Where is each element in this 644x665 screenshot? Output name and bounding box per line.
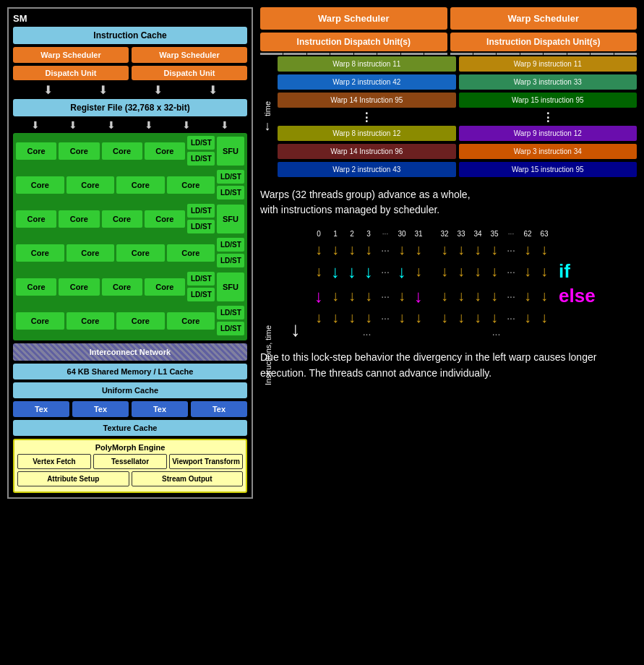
core-grid: Core Core Core Core LD/ST LD/ST SFU Core… [13,133,247,340]
arrow-dots-row: ··· ··· [311,328,633,340]
core-2-3: Core [116,176,165,194]
warp-instr-right-0: Warp 9 instruction 11 [459,56,637,72]
ldst-sfu-group-4: LD/ST LD/ST [217,238,244,267]
core-2-2: Core [66,176,115,194]
sfu-1: SFU [217,137,244,166]
arrow-row-1: ↓ ↓ ↓ ↓ ··· ↓ ↓ ↓ ↓ ↓ ↓ ··· ↓ ↓ [311,241,633,258]
y-axis-label: Instructions, time [264,241,272,385]
core-6-1: Core [16,312,64,330]
tessellator: Tessellator [93,454,167,469]
main-container: SM Instruction Cache Warp Scheduler Warp… [7,7,637,499]
ldst-1-2: LD/ST [187,152,215,166]
warp-header-row: Warp Scheduler Warp Scheduler [260,7,637,30]
ldst-2-2: LD/ST [217,186,244,200]
polymorph-section: PolyMorph Engine Vertex Fetch Tessellato… [13,439,247,493]
core-row-3: Core Core Core Core LD/ST LD/ST SFU [16,204,244,233]
dispatch-right: Dispatch Unit [132,66,247,80]
warp-instr-right-2: Warp 15 instruction 95 [459,93,637,108]
ldst-4-1: LD/ST [217,238,244,252]
core-row-6: Core Core Core Core LD/ST LD/ST [16,306,244,335]
tex-4: Tex [191,401,247,417]
warp-timeline: time ↓ Warp 8 instruction 11 Warp 2 inst… [260,56,637,179]
dispatch-left: Dispatch Unit [13,66,129,80]
core-row-1: Core Core Core Core LD/ST LD/ST SFU [16,136,244,166]
dispatch-unit-right: Instruction Dispatch Unit(s) [450,33,637,51]
arrow-2: ⬇ [98,83,108,97]
warp-dots-right: ⋮ [459,111,637,124]
divergence-section: Instructions, time ↓ 0 1 2 3 ··· 30 31 3… [260,226,637,343]
desc1-text: Warps (32 threads group) advance as a wh… [260,189,471,215]
warp-sched-header-left: Warp Scheduler [260,7,447,30]
texture-cache: Texture Cache [13,420,247,436]
core-1-4: Core [145,142,185,160]
arrow-3: ⬇ [153,83,163,97]
ldst-1-1: LD/ST [187,136,215,150]
instruction-cache: Instruction Cache [13,27,247,44]
tex-1: Tex [13,401,69,417]
ldst-3-1: LD/ST [187,204,215,218]
core-4-1: Core [16,244,64,262]
time-label: time [263,101,272,116]
ldst-sfu-group-3: LD/ST LD/ST [187,204,215,233]
warp-sched-header-right: Warp Scheduler [450,7,637,30]
bottom-description: Due to this lock-step behavior the diver… [260,349,637,382]
desc2-text: Due to this lock-step behavior the diver… [260,351,596,379]
core-5-3: Core [102,278,142,296]
dispatch-unit-left: Instruction Dispatch Unit(s) [260,33,447,51]
core-2-1: Core [16,176,64,194]
warp-scheduler-left: Warp Scheduler [13,47,129,63]
core-6-4: Core [167,312,215,330]
arrow-9: ⬇ [182,119,191,131]
ldst-sfu-group-6: LD/ST LD/ST [217,306,244,335]
attribute-setup: Attribute Setup [17,471,129,486]
core-1-1: Core [16,142,56,160]
viewport-transform: Viewport Transform [169,454,243,469]
ldst-3-2: LD/ST [187,220,215,233]
if-label: if [559,260,570,283]
warp-scheduler-row: Warp Scheduler Warp Scheduler [13,47,247,63]
arrow-row-if: ↓ ↓ ↓ ↓ ··· ↓ ↓ ↓ ↓ ↓ ↓ ··· ↓ ↓ if [311,260,633,283]
warp-columns: Warp 8 instruction 11 Warp 2 instruction… [278,56,637,179]
arrow-1: ⬇ [43,83,53,97]
uniform-cache: Uniform Cache [13,382,247,398]
sm-label: SM [13,13,247,24]
shared-memory: 64 KB Shared Memory / L1 Cache [13,364,247,379]
warp-instr-left-6: Warp 2 instruction 43 [278,162,456,177]
ldst-2-1: LD/ST [217,170,244,184]
warp-column-left: Warp 8 instruction 11 Warp 2 instruction… [278,56,456,179]
core-6-3: Core [116,312,165,330]
arrow-6: ⬇ [69,119,77,131]
ldst-sfu-group-5: LD/ST LD/ST [187,272,215,301]
arrow-row-else: ↓ ↓ ↓ ↓ ··· ↓ ↓ ↓ ↓ ↓ ↓ ··· ↓ ↓ else [311,285,633,307]
arrow-10: ⬇ [220,119,229,131]
time-arrow: ↓ [265,119,271,134]
arrow-7: ⬇ [107,119,116,131]
core-6-2: Core [66,312,115,330]
core-4-4: Core [167,244,215,262]
register-file: Register File (32,768 x 32-bit) [13,99,247,116]
core-1-2: Core [59,142,99,160]
core-row-4: Core Core Core Core LD/ST LD/ST [16,238,244,267]
sfu-2: SFU [217,205,244,233]
interconnect-network: Interconnect Network [13,343,247,361]
arrows-row-2: ⬇ ⬇ ⬇ ⬇ ⬇ ⬇ [13,119,247,131]
vertex-fetch: Vertex Fetch [17,454,91,469]
core-5-1: Core [16,278,56,296]
polymorph-title: PolyMorph Engine [17,443,243,452]
warp-dots-left: ⋮ [278,111,456,124]
warp-instr-left-4: Warp 8 instruction 12 [278,126,456,141]
core-3-2: Core [59,210,99,228]
sm-panel: SM Instruction Cache Warp Scheduler Warp… [7,7,253,499]
arrow-row-4: ↓ ↓ ↓ ↓ ··· ↓ ↓ ↓ ↓ ↓ ↓ ··· ↓ ↓ [311,309,633,326]
time-label-container: time ↓ [260,56,275,179]
tex-2: Tex [72,401,129,417]
ldst-6-1: LD/ST [217,306,244,319]
warp-scheduler-right: Warp Scheduler [132,47,247,63]
warp-instr-right-5: Warp 3 instruction 34 [459,144,637,159]
arrows-row-1: ⬇ ⬇ ⬇ ⬇ [13,83,247,97]
ldst-sfu-group-2: LD/ST LD/ST [217,170,244,200]
arrow-8: ⬇ [145,119,153,131]
y-axis-arrow: ↓ [291,319,301,340]
core-row-2: Core Core Core Core LD/ST LD/ST [16,170,244,200]
core-2-4: Core [167,176,215,194]
